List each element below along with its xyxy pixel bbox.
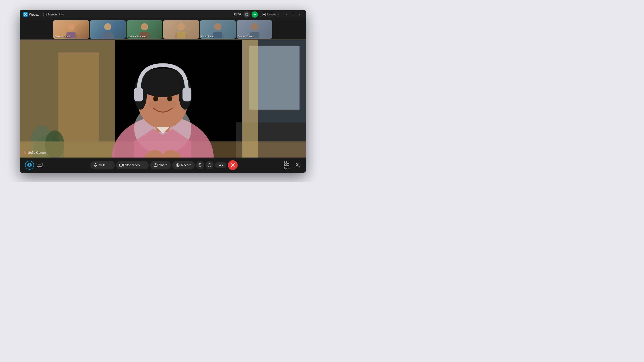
svg-rect-80 bbox=[287, 161, 289, 163]
thumbnail-name-umar: Umar Patel bbox=[201, 35, 214, 38]
webex-logo: Webex bbox=[23, 12, 39, 17]
svg-point-73 bbox=[210, 165, 210, 165]
svg-point-75 bbox=[220, 165, 222, 166]
svg-point-7 bbox=[68, 23, 75, 30]
svg-point-2 bbox=[246, 14, 247, 15]
svg-point-74 bbox=[219, 165, 220, 166]
title-bar-left: Webex i Meeting info bbox=[23, 12, 234, 17]
record-button[interactable]: Record bbox=[172, 161, 195, 169]
apps-label: Apps bbox=[284, 167, 290, 170]
participants-icon bbox=[294, 162, 300, 168]
svg-point-52 bbox=[167, 96, 172, 101]
svg-point-84 bbox=[298, 164, 299, 165]
meeting-info-button[interactable]: i Meeting info bbox=[41, 12, 66, 17]
window-controls: − ◻ ✕ bbox=[284, 12, 302, 17]
layout-label: Layout bbox=[267, 13, 276, 16]
stop-video-button[interactable]: Stop video bbox=[116, 161, 143, 169]
thumbnail-4[interactable] bbox=[163, 20, 199, 39]
meeting-info-label: Meeting info bbox=[48, 13, 64, 16]
mute-label: Mute bbox=[99, 163, 106, 167]
svg-rect-3 bbox=[263, 13, 264, 14]
webex-window: Webex i Meeting info 12:40 bbox=[20, 9, 306, 173]
speaker-name: Sofia Gomez bbox=[23, 151, 46, 154]
activity-icon-btn[interactable] bbox=[252, 11, 258, 18]
title-bar-right: 12:40 bbox=[234, 11, 302, 18]
svg-point-19 bbox=[214, 23, 222, 30]
stop-video-label: Stop video bbox=[125, 163, 140, 167]
svg-point-1 bbox=[25, 14, 26, 15]
thumbnail-name-darren: Darren Owens bbox=[238, 35, 254, 38]
svg-point-10 bbox=[104, 23, 111, 30]
svg-point-50 bbox=[148, 98, 177, 111]
bottom-controls: ▾ Mute ▾ bbox=[20, 158, 306, 173]
webex-title: Webex bbox=[29, 13, 39, 16]
minimize-button[interactable]: − bbox=[284, 12, 289, 17]
svg-point-72 bbox=[209, 165, 209, 165]
title-bar-icons: Layout bbox=[244, 11, 278, 18]
more-options-button[interactable] bbox=[215, 162, 226, 168]
mute-control: Mute ▾ bbox=[90, 161, 115, 169]
title-bar: Webex i Meeting info 12:40 bbox=[20, 9, 306, 19]
controls-left: ▾ bbox=[25, 161, 44, 170]
chat-button[interactable]: ▾ bbox=[37, 163, 44, 168]
svg-rect-67 bbox=[120, 164, 122, 166]
thumbnail-umar[interactable]: Umar Patel bbox=[200, 20, 236, 39]
controls-right: Apps bbox=[284, 160, 300, 170]
webex-logo-icon bbox=[23, 12, 28, 17]
svg-point-51 bbox=[153, 96, 158, 101]
thumbnail-name-clarissa: Clarissa Smith bbox=[54, 35, 70, 38]
svg-rect-6 bbox=[264, 14, 266, 16]
video-control: Stop video ▾ bbox=[116, 161, 149, 169]
svg-rect-18 bbox=[177, 32, 186, 38]
svg-rect-5 bbox=[263, 14, 264, 16]
main-video-area: Sofia Gomez bbox=[20, 39, 306, 158]
thumbnail-2[interactable] bbox=[90, 20, 126, 39]
svg-point-83 bbox=[296, 164, 298, 165]
main-speaker-name: Sofia Gomez bbox=[28, 151, 46, 154]
apps-icon bbox=[284, 160, 290, 166]
svg-point-57 bbox=[28, 164, 31, 166]
webex-home-button[interactable] bbox=[25, 161, 34, 170]
svg-point-16 bbox=[178, 23, 185, 30]
svg-rect-81 bbox=[284, 164, 286, 166]
svg-point-76 bbox=[222, 165, 223, 166]
layout-button[interactable]: Layout bbox=[260, 12, 278, 17]
video-chevron[interactable]: ▾ bbox=[143, 162, 149, 169]
time-display: 12:40 bbox=[234, 13, 241, 16]
thumbnail-darren[interactable]: Darren Owens bbox=[236, 20, 272, 39]
svg-rect-4 bbox=[264, 13, 266, 14]
participants-button[interactable] bbox=[294, 162, 300, 168]
settings-icon-btn[interactable] bbox=[244, 11, 250, 18]
thumbnail-name-isabelle: Isabelle Brennan bbox=[128, 35, 146, 38]
share-button[interactable]: Share bbox=[150, 161, 171, 169]
svg-rect-12 bbox=[103, 32, 112, 38]
thumbnail-strip: Clarissa Smith Isabelle Brennan bbox=[20, 19, 306, 39]
svg-point-13 bbox=[141, 23, 148, 30]
thumbnail-video-2 bbox=[90, 20, 126, 39]
chat-chevron: ▾ bbox=[44, 164, 44, 166]
end-call-button[interactable] bbox=[228, 160, 238, 170]
thumbnail-clarissa[interactable]: Clarissa Smith bbox=[53, 20, 89, 39]
close-button[interactable]: ✕ bbox=[298, 12, 302, 17]
main-video-background: Sofia Gomez bbox=[20, 39, 306, 158]
svg-rect-32 bbox=[60, 54, 98, 140]
thumbnail-isabelle[interactable]: Isabelle Brennan bbox=[126, 20, 162, 39]
info-icon: i bbox=[43, 13, 47, 16]
share-label: Share bbox=[159, 163, 167, 167]
svg-rect-48 bbox=[134, 87, 143, 101]
reaction-button[interactable] bbox=[206, 161, 214, 169]
thumbnail-video-4 bbox=[163, 20, 199, 39]
controls-center: Mute ▾ Stop video ▾ bbox=[90, 160, 238, 170]
muted-icon bbox=[23, 151, 27, 154]
svg-rect-79 bbox=[284, 161, 286, 163]
mute-button[interactable]: Mute bbox=[90, 161, 109, 169]
svg-rect-62 bbox=[37, 163, 42, 166]
hand-raise-button[interactable] bbox=[196, 161, 204, 169]
apps-button[interactable]: Apps bbox=[284, 160, 290, 170]
svg-rect-49 bbox=[182, 87, 192, 101]
mute-chevron[interactable]: ▾ bbox=[109, 162, 115, 169]
svg-rect-39 bbox=[242, 39, 258, 158]
maximize-button[interactable]: ◻ bbox=[291, 12, 296, 17]
svg-line-55 bbox=[24, 151, 26, 154]
svg-rect-21 bbox=[213, 32, 222, 38]
